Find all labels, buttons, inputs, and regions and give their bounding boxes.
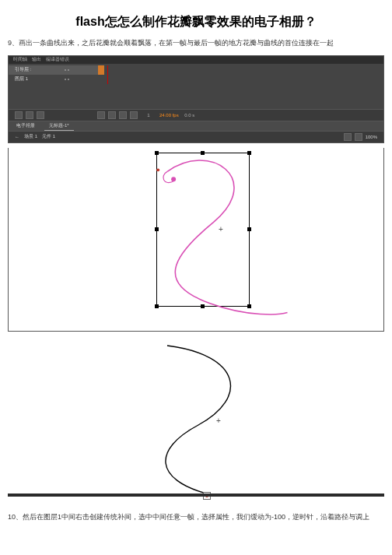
handle-tl[interactable] — [155, 151, 159, 155]
edit-frames-icon[interactable] — [108, 111, 116, 119]
panel-tabs: 时间轴 输出 编译器错误 — [9, 56, 383, 64]
dot-icon — [65, 79, 66, 80]
timeline-guide-cells[interactable] — [98, 65, 383, 75]
tab-compiler-errors[interactable]: 编译器错误 — [46, 56, 69, 63]
center-frame-icon[interactable] — [119, 111, 127, 119]
layer-guide-label: 引导层 : — [15, 66, 61, 73]
document-tabs: 电子相册 无标题-1* — [9, 121, 383, 132]
base-line — [8, 494, 384, 497]
center-crosshair-icon: + — [216, 417, 221, 425]
timeline-footer: 1 24.00 fps 0.0 s — [9, 109, 383, 121]
scene-label[interactable]: 场景 1 — [24, 133, 37, 140]
delete-layer-icon[interactable] — [37, 111, 44, 119]
dot-icon — [65, 69, 66, 71]
handle-tr[interactable] — [247, 151, 251, 155]
black-curve-svg — [8, 339, 384, 504]
current-frame: 1 — [141, 113, 156, 118]
black-curve-figure: + — [8, 339, 384, 504]
flash-ui-screenshot: 时间轴 输出 编译器错误 引导层 : 图层 1 — [8, 55, 384, 143]
edit-scene-icon[interactable] — [344, 133, 352, 141]
playhead-icon[interactable] — [107, 75, 108, 84]
layers-panel: 引导层 : 图层 1 — [9, 64, 383, 109]
selection-bounding-box[interactable] — [156, 153, 250, 307]
doc-tab-untitled[interactable]: 无标题-1* — [44, 121, 74, 131]
layer-row-1[interactable]: 图层 1 — [9, 75, 383, 84]
edit-symbol-icon[interactable] — [355, 133, 362, 141]
canvas-area: + — [8, 148, 384, 332]
dot-icon — [68, 69, 69, 71]
loop-icon[interactable] — [130, 111, 138, 119]
timeline-layer1-cells[interactable] — [98, 75, 383, 84]
fps-value: 24.00 fps — [159, 113, 179, 118]
step-9-text: 9、画出一条曲线出来，之后花瓣就会顺着飘落，在第一帧与最后一帧的地方花瓣与曲线的… — [8, 38, 384, 49]
page-container: flash怎怎么制作花瓣飘零效果的电子相册？ 9、画出一条曲线出来，之后花瓣就会… — [0, 14, 392, 522]
page-title: flash怎怎么制作花瓣飘零效果的电子相册？ — [0, 14, 392, 30]
step-10-text: 10、然后在图层1中间右击创建传统补间，选中中间任意一帧，选择属性，我们缓动为-… — [8, 512, 384, 523]
new-folder-icon[interactable] — [26, 111, 33, 119]
center-crosshair-icon: + — [219, 226, 223, 234]
handle-bl[interactable] — [155, 304, 159, 308]
tab-timeline[interactable]: 时间轴 — [13, 56, 27, 63]
layer-guide-icons — [65, 69, 69, 71]
handle-mr[interactable] — [247, 227, 251, 231]
zoom-value[interactable]: 100% — [366, 135, 377, 139]
dot-icon — [68, 79, 69, 80]
handle-tm[interactable] — [201, 151, 205, 155]
handle-ml[interactable] — [155, 227, 159, 231]
layer-1-icons — [65, 79, 69, 80]
layer-row-guide[interactable]: 引导层 : — [9, 65, 383, 75]
handle-br[interactable] — [247, 304, 251, 308]
doc-tab-album[interactable]: 电子相册 — [12, 121, 40, 130]
elapsed-time: 0.0 s — [182, 113, 198, 118]
back-arrow-icon[interactable]: ← — [15, 135, 19, 139]
symbol-label[interactable]: 元件 1 — [42, 133, 55, 140]
playhead-icon[interactable] — [107, 65, 108, 75]
layer-1-label: 图层 1 — [15, 76, 61, 83]
scene-bar: ← 场景 1 元件 1 100% — [9, 132, 383, 142]
tab-output[interactable]: 输出 — [32, 56, 41, 63]
handle-bm[interactable] — [201, 304, 205, 308]
onion-skin-icon[interactable] — [97, 111, 105, 119]
new-layer-icon[interactable] — [15, 111, 23, 119]
